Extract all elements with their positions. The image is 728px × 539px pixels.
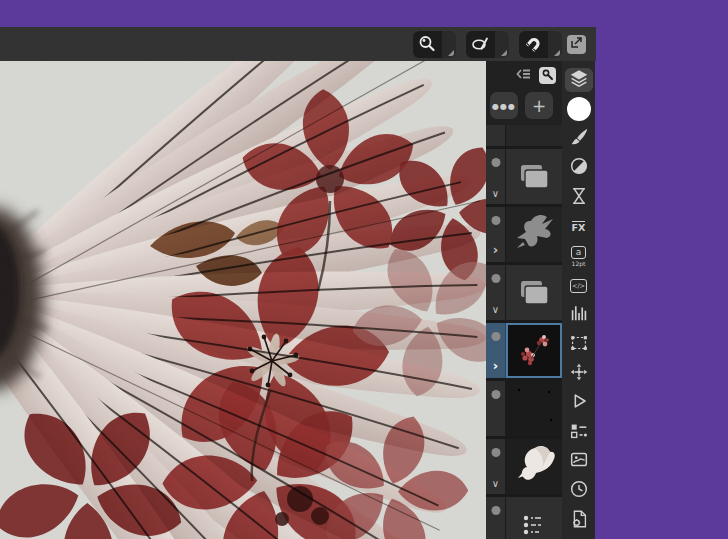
folder-icon bbox=[506, 149, 562, 204]
tab-transform[interactable] bbox=[565, 333, 593, 357]
add-layer-button[interactable]: + bbox=[525, 92, 553, 119]
layer-state-dot[interactable] bbox=[491, 448, 500, 457]
tab-histogram[interactable] bbox=[565, 303, 593, 327]
dropdown-corner-icon bbox=[501, 50, 507, 56]
assistant-tool-button[interactable] bbox=[466, 31, 509, 58]
tab-history[interactable] bbox=[565, 479, 593, 503]
layer-options-button[interactable]: ●●● bbox=[490, 92, 518, 119]
layers-stack-icon bbox=[568, 67, 590, 93]
layer-row-gutter: ∨ bbox=[486, 265, 506, 320]
transform-handles-icon bbox=[568, 332, 590, 358]
layers-panel-header bbox=[486, 61, 562, 85]
layer-state-dot[interactable] bbox=[491, 506, 500, 515]
image-photo-icon bbox=[568, 449, 590, 475]
magnet-icon bbox=[519, 33, 546, 55]
chevron-right-icon[interactable]: › bbox=[493, 361, 498, 371]
layer-row-gutter: ∨ bbox=[486, 149, 506, 204]
layer-thumbnail bbox=[506, 439, 562, 494]
separated-mode-button[interactable] bbox=[567, 35, 586, 54]
layer-row-gutter: ∨ bbox=[486, 439, 506, 494]
hourglass-icon bbox=[568, 185, 590, 211]
toolbar-tool-group bbox=[413, 31, 562, 58]
layer-row-selected[interactable]: › bbox=[486, 323, 562, 378]
adjustment-sliders-icon bbox=[506, 497, 562, 539]
tab-adjustment[interactable] bbox=[565, 156, 593, 180]
document-canvas[interactable] bbox=[0, 61, 486, 539]
tab-character[interactable]: a 12pt bbox=[565, 244, 593, 268]
gear-document-icon bbox=[568, 508, 590, 534]
layer-row-image[interactable] bbox=[486, 381, 562, 436]
layer-thumbnail bbox=[506, 323, 562, 378]
layer-row-gutter bbox=[486, 497, 506, 539]
play-triangle-icon bbox=[568, 390, 590, 416]
chevron-down-icon[interactable]: ∨ bbox=[492, 305, 499, 315]
top-toolbar bbox=[0, 27, 596, 61]
tab-brushes[interactable] bbox=[565, 127, 593, 151]
dark-image-icon bbox=[511, 384, 557, 434]
layer-row-image[interactable]: ∨ bbox=[486, 439, 562, 494]
layer-state-dot[interactable] bbox=[491, 158, 500, 167]
tab-metadata[interactable] bbox=[565, 509, 593, 533]
tab-effects[interactable]: FX bbox=[565, 215, 593, 239]
snapping-tool-button[interactable] bbox=[519, 31, 562, 58]
brush-icon bbox=[568, 126, 590, 152]
layer-row-image[interactable]: › bbox=[486, 207, 562, 262]
layer-row-partial[interactable] bbox=[486, 125, 562, 146]
zoom-tool-button[interactable] bbox=[413, 31, 456, 58]
boxed-letter-icon: a bbox=[571, 246, 586, 259]
chevron-down-icon[interactable]: ∨ bbox=[492, 189, 499, 199]
document-arrow-icon bbox=[569, 35, 584, 54]
tab-channels[interactable] bbox=[565, 421, 593, 445]
dropdown-corner-icon bbox=[554, 50, 560, 56]
layer-state-dot[interactable] bbox=[491, 390, 500, 399]
channels-list-icon bbox=[568, 420, 590, 446]
layer-row-group[interactable]: ∨ bbox=[486, 149, 562, 204]
collapse-panel-icon[interactable] bbox=[515, 66, 532, 85]
studio-tab-strip: FX a 12pt </> bbox=[562, 61, 595, 539]
tab-macro[interactable] bbox=[565, 391, 593, 415]
layer-thumbnail bbox=[506, 125, 562, 146]
tab-fields[interactable]: </> bbox=[565, 274, 593, 298]
histogram-bars-icon bbox=[568, 302, 590, 328]
tab-navigator[interactable] bbox=[565, 362, 593, 386]
layers-panel: ●●● + ∨ bbox=[486, 61, 562, 539]
chevron-right-icon[interactable]: › bbox=[493, 245, 498, 255]
layer-thumbnail bbox=[506, 381, 562, 436]
layer-row-gutter: › bbox=[486, 323, 506, 378]
move-arrows-icon bbox=[568, 361, 590, 387]
red-flower-sprigs-icon bbox=[511, 326, 557, 376]
magnifier-icon bbox=[413, 33, 440, 55]
search-pen-icon bbox=[541, 66, 554, 85]
tab-stock[interactable] bbox=[565, 186, 593, 210]
layer-list: ∨ › bbox=[486, 125, 562, 539]
chevron-down-icon[interactable]: ∨ bbox=[492, 479, 499, 489]
layer-row-gutter bbox=[486, 381, 506, 436]
fx-text-icon: FX bbox=[572, 221, 586, 233]
layer-state-dot[interactable] bbox=[491, 332, 500, 341]
font-size-label: 12pt bbox=[572, 260, 586, 267]
code-brackets-icon: </> bbox=[570, 279, 587, 293]
hawk-silhouette-icon bbox=[511, 212, 557, 258]
white-circle-swatch bbox=[567, 97, 591, 121]
tab-colour[interactable] bbox=[565, 97, 593, 121]
layer-state-dot[interactable] bbox=[491, 274, 500, 283]
lasso-pen-icon bbox=[466, 33, 493, 55]
layer-thumbnail bbox=[506, 207, 562, 262]
search-layers-button[interactable] bbox=[539, 67, 556, 84]
layers-panel-actions: ●●● + bbox=[486, 85, 562, 119]
half-circle-icon bbox=[568, 155, 590, 181]
layer-row-adjustment[interactable] bbox=[486, 497, 562, 539]
layer-row-gutter bbox=[486, 125, 506, 146]
layer-row-group[interactable]: ∨ bbox=[486, 265, 562, 320]
layer-row-gutter: › bbox=[486, 207, 506, 262]
tab-layers[interactable] bbox=[565, 68, 593, 92]
layer-state-dot[interactable] bbox=[491, 216, 500, 225]
white-dove-icon bbox=[510, 442, 558, 492]
tab-batch[interactable] bbox=[565, 450, 593, 474]
clock-icon bbox=[568, 478, 590, 504]
dropdown-corner-icon bbox=[448, 50, 454, 56]
folder-icon bbox=[506, 265, 562, 320]
